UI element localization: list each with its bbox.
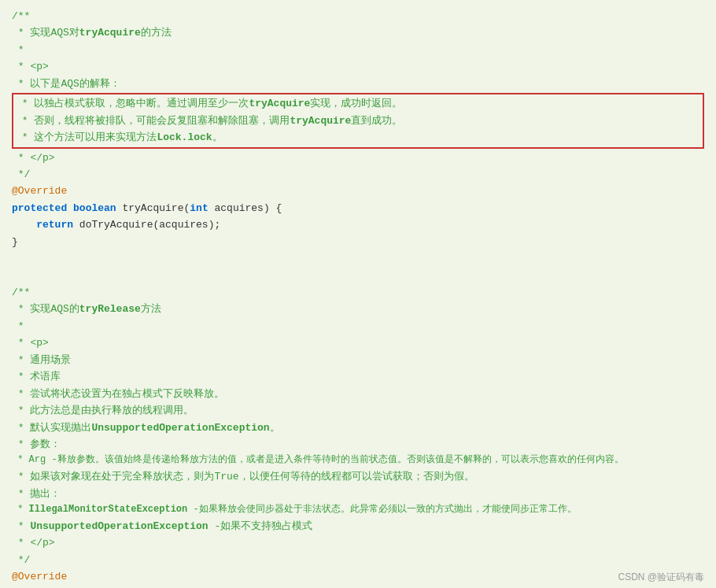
code-line: * 实现AQS的tryRelease方法 <box>12 301 704 317</box>
code-line: * 抛出： <box>12 486 704 502</box>
code-line: } <box>12 234 704 250</box>
code-line: * 实现AQS对tryAcquire的方法 <box>12 24 704 41</box>
code-line: * IllegalMonitorStateException -如果释放会使同步… <box>12 502 704 518</box>
code-line <box>12 250 704 267</box>
code-line: * Arg -释放参数。该值始终是传递给释放方法的值，或者是进入条件等待时的当前… <box>12 453 704 468</box>
code-line: /** <box>12 8 704 24</box>
code-line: * 如果该对象现在处于完全释放状态，则为True，以便任何等待的线程都可以尝试获… <box>12 468 704 485</box>
code-line: * 通用场景 <box>12 352 704 368</box>
watermark: CSDN @验证码有毒 <box>618 570 704 585</box>
code-line: * <p> <box>12 58 704 75</box>
code-line: */ <box>12 552 704 568</box>
code-line: * 默认实现抛出UnsupportedOperationException。 <box>12 420 704 436</box>
highlighted-comment-block: * 以独占模式获取，忽略中断。通过调用至少一次tryAcquire实现，成功时返… <box>12 93 704 148</box>
code-line: * 以下是AQS的解释： <box>12 76 704 92</box>
code-line: * UnsupportedOperationException -如果不支持独占… <box>12 518 704 534</box>
code-line: * <box>12 42 704 58</box>
code-line: * <p> <box>12 335 704 351</box>
code-container: /** * 实现AQS对tryAcquire的方法 * * <p> * 以下是A… <box>0 0 716 588</box>
code-line: * <box>12 318 704 335</box>
code-line: * 参数： <box>12 436 704 453</box>
code-line: @Override <box>12 183 704 199</box>
code-line: * 这个方法可以用来实现方法Lock.lock。 <box>16 129 700 146</box>
code-line: * </p> <box>12 150 704 166</box>
code-line: return doTryAcquire(acquires); <box>12 216 704 233</box>
code-line: * 术语库 <box>12 368 704 385</box>
code-line: * 否则，线程将被排队，可能会反复阻塞和解除阻塞，调用tryAcquire直到成… <box>16 113 700 129</box>
code-line: * 尝试将状态设置为在独占模式下反映释放。 <box>12 386 704 402</box>
code-line: * 以独占模式获取，忽略中断。通过调用至少一次tryAcquire实现，成功时返… <box>16 95 700 112</box>
code-line <box>12 268 704 284</box>
code-line: @Override <box>12 568 704 585</box>
code-line: */ <box>12 166 704 183</box>
code-line: * 此方法总是由执行释放的线程调用。 <box>12 402 704 419</box>
code-line: * </p> <box>12 534 704 551</box>
code-line: /** <box>12 284 704 301</box>
code-line: protected boolean tryAcquire(int acquire… <box>12 200 704 216</box>
